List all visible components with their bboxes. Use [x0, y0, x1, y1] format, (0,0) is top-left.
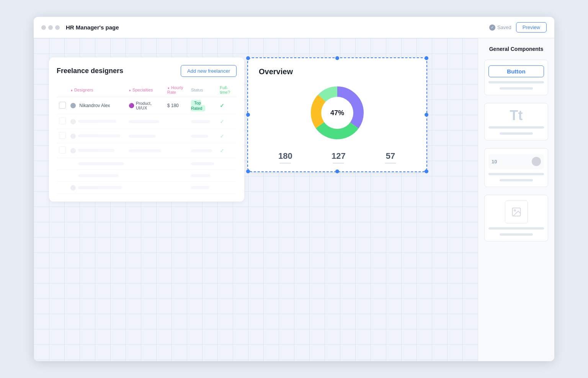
component-line-7	[488, 227, 544, 230]
handle-middle-right[interactable]	[425, 113, 428, 117]
table-row	[57, 170, 237, 182]
handle-bottom-left[interactable]	[246, 169, 250, 173]
table-row	[57, 158, 237, 170]
handle-bottom-middle[interactable]	[335, 169, 339, 173]
dot-yellow	[48, 25, 53, 30]
stat-line-1	[279, 163, 291, 164]
donut-center-label: 47%	[330, 109, 344, 117]
stat-line-2	[333, 163, 344, 164]
window-controls	[41, 25, 60, 30]
app-window: HR Manager's page ✓ Saved Preview Freela…	[34, 17, 554, 361]
freelance-card-header: Freelance designers Add new freelancer	[57, 65, 237, 77]
component-line-4	[500, 132, 533, 135]
freelance-card-title: Freelance designers	[57, 67, 123, 75]
table-header-row: ⬧ Designers ⬧ Specialties ⬧ Hourly Rate …	[57, 83, 237, 97]
status-badge: Top Rated	[191, 100, 205, 111]
overview-widget: Overview	[247, 57, 427, 172]
stat-value-2: 127	[332, 151, 346, 161]
preview-button[interactable]: Preview	[516, 22, 547, 33]
table-row: ✓	[57, 143, 237, 158]
stat-value-3: 57	[386, 151, 395, 161]
table-row	[57, 182, 237, 194]
svg-point-2	[514, 210, 516, 211]
checkmark-icon: ✓	[220, 103, 224, 109]
component-line-5	[488, 173, 544, 175]
col-status: Status	[189, 83, 217, 97]
stats-row: 180 127 57	[259, 151, 416, 164]
stat-item-2: 127	[332, 151, 346, 164]
row-rate-cell: $ 180	[165, 97, 189, 114]
canvas: Freelance designers Add new freelancer ⬧…	[34, 38, 478, 361]
text-component-card[interactable]: Tt	[484, 103, 548, 140]
dot-red	[41, 25, 46, 30]
image-component-card[interactable]	[484, 195, 548, 241]
saved-badge: ✓ Saved	[489, 24, 511, 31]
avatar-placeholder	[70, 134, 76, 139]
card-number: 10	[492, 159, 497, 165]
row-specialty-cell: 🟣 Product, UI/UX	[126, 97, 165, 114]
row-status-cell: Top Rated	[189, 97, 217, 114]
checkmark-icon: ✓	[220, 119, 224, 125]
component-line-2	[500, 87, 533, 90]
row-name-cell: Nikandrov Alex	[68, 97, 126, 114]
main-area: Freelance designers Add new freelancer ⬧…	[34, 38, 554, 361]
col-designers: ⬧ Designers	[68, 83, 126, 97]
handle-bottom-right[interactable]	[425, 169, 428, 173]
avatar-placeholder	[70, 185, 76, 191]
chart-area: 47%	[259, 82, 416, 143]
card-avatar	[532, 157, 541, 166]
col-rate: ⬧ Hourly Rate	[165, 83, 189, 97]
saved-label: Saved	[497, 24, 511, 30]
table-row: ✓	[57, 129, 237, 143]
row-fulltime-cell: ✓	[217, 97, 237, 114]
avatar	[70, 103, 76, 108]
handle-top-right[interactable]	[425, 56, 428, 60]
handle-middle-left[interactable]	[246, 113, 250, 117]
saved-icon: ✓	[489, 24, 495, 31]
stat-item-1: 180	[278, 151, 292, 164]
col-fulltime: Full-time?	[217, 83, 237, 97]
table-row: ✓	[57, 114, 237, 129]
card-widget-preview: 10	[488, 154, 544, 169]
freelance-designers-card: Freelance designers Add new freelancer ⬧…	[49, 57, 244, 202]
avatar-placeholder	[70, 148, 76, 153]
component-line-8	[500, 233, 533, 236]
button-component-card[interactable]: Button	[484, 60, 548, 95]
dot-green	[55, 25, 60, 30]
image-preview	[505, 200, 528, 223]
checkmark-icon: ✓	[220, 133, 224, 139]
add-freelancer-button[interactable]: Add new freelancer	[181, 65, 237, 77]
stat-line-3	[385, 163, 396, 164]
component-line-1	[488, 81, 544, 83]
col-checkbox	[57, 83, 68, 97]
component-line-3	[488, 126, 544, 129]
donut-chart: 47%	[307, 82, 368, 143]
component-line-6	[500, 179, 533, 181]
checkmark-icon: ✓	[220, 148, 224, 154]
button-preview: Button	[488, 65, 544, 77]
titlebar: HR Manager's page ✓ Saved Preview	[34, 17, 554, 38]
table-row: Nikandrov Alex 🟣 Product, UI/UX $ 180 T	[57, 97, 237, 114]
titlebar-actions: ✓ Saved Preview	[489, 22, 547, 33]
handle-top-left[interactable]	[246, 56, 250, 60]
overview-title: Overview	[259, 67, 416, 76]
stat-item-3: 57	[385, 151, 396, 164]
card-component-card[interactable]: 10	[484, 148, 548, 187]
text-type-icon: Tt	[510, 109, 523, 122]
specialty-emoji: 🟣	[129, 103, 134, 108]
avatar-placeholder	[70, 119, 76, 124]
handle-top-middle[interactable]	[335, 56, 339, 60]
col-specialties: ⬧ Specialties	[126, 83, 165, 97]
row-checkbox-cell[interactable]	[57, 97, 68, 114]
freelancers-table: ⬧ Designers ⬧ Specialties ⬧ Hourly Rate …	[57, 83, 237, 194]
stat-value-1: 180	[278, 151, 292, 161]
page-title: HR Manager's page	[66, 24, 489, 31]
sidebar-title: General Components	[484, 46, 548, 52]
sidebar: General Components Button Tt 10	[478, 38, 554, 361]
